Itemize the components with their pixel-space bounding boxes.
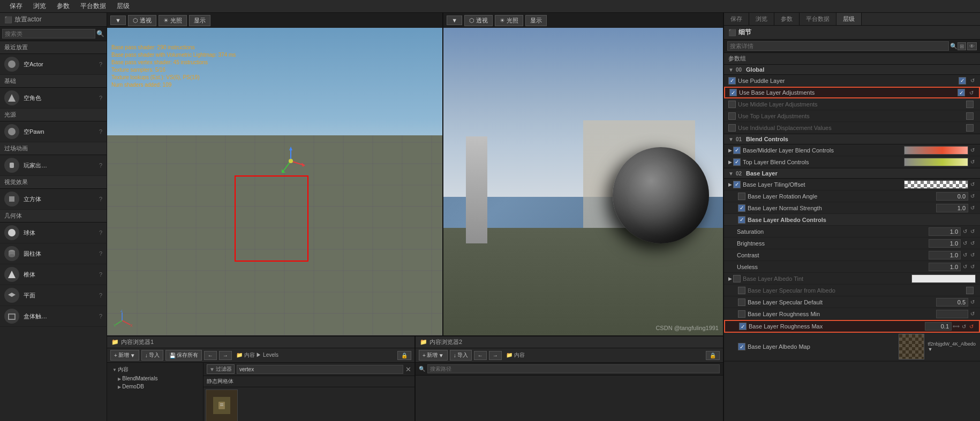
- cb1-filter-clear[interactable]: ✕: [405, 365, 411, 373]
- cb-puddle-layer[interactable]: [728, 77, 736, 85]
- blend-base-color[interactable]: [904, 146, 968, 155]
- brightness-reset[interactable]: ↺: [962, 240, 968, 246]
- roughness-max-reset2[interactable]: ↺: [968, 324, 975, 330]
- actor-help-icon[interactable]: ?: [99, 229, 102, 236]
- vp1-arrow-btn[interactable]: ▼: [110, 16, 126, 25]
- roughness-min-input[interactable]: [936, 310, 968, 318]
- list-item[interactable]: 空Pawn ?: [0, 121, 107, 142]
- list-item[interactable]: 立方体 ?: [0, 189, 107, 210]
- cb-displacement[interactable]: [728, 124, 736, 132]
- cb-blend-top[interactable]: [733, 158, 741, 166]
- albedo-tint-color[interactable]: [911, 274, 976, 283]
- cb1-filter-input[interactable]: [237, 365, 403, 374]
- cb2-search-input[interactable]: [427, 364, 720, 373]
- tab-platform[interactable]: 平台数据: [800, 13, 836, 25]
- blend-top-color[interactable]: [904, 158, 968, 166]
- base-layer-section-header[interactable]: ▼ 02 Base Layer: [724, 169, 980, 179]
- cb2-new-btn[interactable]: + 新增 ▼: [419, 350, 448, 361]
- actor-help-icon[interactable]: ?: [99, 292, 102, 298]
- roughness-max-reset[interactable]: ↺: [961, 324, 967, 330]
- cb2-import-btn[interactable]: ↓ 导入: [450, 350, 472, 361]
- blend-base-expand[interactable]: ▶: [728, 148, 732, 153]
- cb-displacement-val[interactable]: [966, 124, 974, 132]
- cb-blend-base[interactable]: [733, 147, 741, 154]
- cb-puddle-val[interactable]: [959, 77, 966, 85]
- menu-hierarchy[interactable]: 层级: [111, 2, 135, 11]
- list-item[interactable]: 玩家出… ?: [0, 155, 107, 176]
- actor-help-icon[interactable]: ?: [99, 271, 102, 278]
- brightness-input[interactable]: [929, 239, 961, 248]
- roughness-max-input[interactable]: [925, 322, 952, 331]
- menu-platform[interactable]: 平台数据: [75, 2, 111, 11]
- cb-albedo-controls[interactable]: [738, 216, 745, 224]
- vp1-perspective-btn[interactable]: ⬡ 透视: [128, 15, 156, 26]
- list-item[interactable]: 球体 ?: [0, 223, 107, 243]
- blend-top-reset[interactable]: ↺: [969, 159, 976, 165]
- actor-help-icon[interactable]: ?: [99, 95, 102, 101]
- vp1-lighting-btn[interactable]: ☀ 光照: [159, 15, 187, 26]
- cb2-back-btn[interactable]: ←: [474, 351, 487, 360]
- cb-roughness-min[interactable]: [738, 310, 745, 318]
- cb1-save-btn[interactable]: 💾 保存所有: [165, 350, 202, 361]
- cb-albedo-map[interactable]: [738, 343, 745, 350]
- actor-help-icon[interactable]: ?: [99, 162, 102, 169]
- cb-roughness-max[interactable]: [739, 323, 747, 330]
- roughness-min-reset[interactable]: ↺: [969, 311, 976, 317]
- cb-middle-val[interactable]: [966, 101, 974, 108]
- actor-help-icon[interactable]: ?: [99, 250, 102, 257]
- cb-base-adj[interactable]: [729, 89, 737, 96]
- menu-save[interactable]: 保存: [4, 2, 28, 11]
- menu-browse[interactable]: 浏览: [28, 2, 51, 11]
- list-item[interactable]: 空Actor ?: [0, 54, 107, 75]
- rotation-reset[interactable]: ↺: [969, 193, 976, 199]
- global-section-header[interactable]: ▼ 00 Global: [724, 65, 980, 75]
- cb-middle-adj[interactable]: [728, 101, 736, 108]
- cb-specular-default[interactable]: [738, 298, 745, 306]
- tree-item-demo[interactable]: DemoDB: [109, 382, 201, 391]
- blend-top-expand[interactable]: ▶: [728, 159, 732, 165]
- specular-default-reset[interactable]: ↺: [969, 299, 976, 305]
- actor-help-icon[interactable]: ?: [99, 196, 102, 202]
- actor-search-input[interactable]: [2, 29, 95, 39]
- rp-view-grid-btn[interactable]: ⊞: [958, 42, 966, 50]
- actor-help-icon[interactable]: ?: [99, 61, 102, 67]
- menu-params[interactable]: 参数: [51, 2, 75, 11]
- saturation-reset[interactable]: ↺: [962, 228, 968, 234]
- list-item[interactable]: 空角色 ?: [0, 88, 107, 109]
- base-adj-reset-btn[interactable]: ↺: [968, 90, 975, 96]
- cb-top-val[interactable]: [966, 112, 974, 120]
- actor-help-icon[interactable]: ?: [99, 313, 102, 319]
- cb1-forward-btn[interactable]: →: [219, 351, 232, 360]
- contrast-input[interactable]: [929, 251, 961, 259]
- list-item[interactable]: 平面 ?: [0, 285, 107, 306]
- tiling-color[interactable]: [904, 180, 968, 189]
- list-item[interactable]: 圆柱体 ?: [0, 243, 107, 264]
- normal-input[interactable]: [936, 204, 968, 212]
- actor-help-icon[interactable]: ?: [99, 128, 102, 135]
- puddle-reset-btn[interactable]: ↺: [969, 78, 976, 83]
- cb-tiling[interactable]: [733, 181, 741, 188]
- tiling-reset[interactable]: ↺: [969, 181, 976, 187]
- tiling-expand[interactable]: ▶: [728, 182, 732, 187]
- contrast-reset[interactable]: ↺: [962, 252, 968, 258]
- albedo-tint-expand[interactable]: ▶: [728, 276, 732, 281]
- cb-albedo-tint[interactable]: [733, 275, 741, 282]
- cb-rotation[interactable]: [738, 193, 745, 200]
- rp-view-eye-btn[interactable]: 👁: [967, 42, 977, 50]
- albedo-texture-thumb[interactable]: [899, 334, 924, 359]
- useless-reset[interactable]: ↺: [962, 264, 968, 270]
- cb2-forward-btn[interactable]: →: [489, 351, 502, 360]
- rp-search-input[interactable]: [727, 41, 949, 51]
- saturation-input[interactable]: [929, 227, 961, 236]
- rotation-input[interactable]: [936, 192, 968, 201]
- cb1-back-btn[interactable]: ←: [204, 351, 217, 360]
- blend-base-reset[interactable]: ↺: [969, 147, 976, 153]
- cb-top-adj[interactable]: [728, 112, 736, 120]
- cb1-new-btn[interactable]: + 新增 ▼: [110, 350, 139, 361]
- cb1-import-btn[interactable]: ↓ 导入: [141, 350, 163, 361]
- cb-base-adj-val[interactable]: [958, 89, 965, 96]
- cb-specular-albedo-val[interactable]: [966, 287, 974, 294]
- cb-normal[interactable]: [738, 204, 745, 212]
- normal-reset[interactable]: ↺: [969, 205, 976, 211]
- cb1-lock-btn[interactable]: 🔒: [397, 351, 411, 360]
